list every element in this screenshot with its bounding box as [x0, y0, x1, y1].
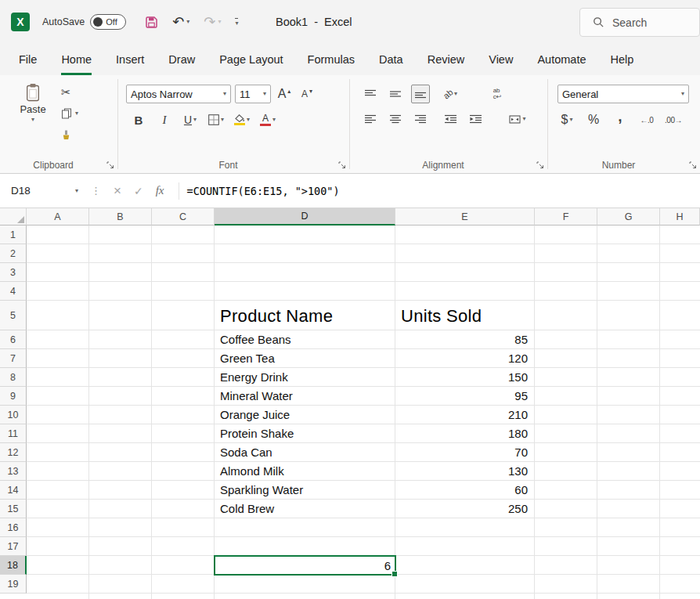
font-color-button[interactable]: A ▾	[258, 110, 277, 129]
name-box[interactable]: D18 ▾	[0, 185, 85, 197]
decrease-font-size-button[interactable]: A ▾	[298, 85, 316, 103]
tab-automate[interactable]: Automate	[537, 44, 586, 75]
cell-units-value[interactable]: 95	[395, 387, 532, 406]
align-left-button[interactable]	[361, 110, 380, 128]
cell-product-name[interactable]: Cold Brew	[220, 500, 388, 518]
redo-button[interactable]: ↷ ▾	[204, 13, 221, 31]
row-header-12[interactable]: 12	[0, 443, 27, 462]
row-header-13[interactable]: 13	[0, 462, 27, 481]
row-header-7[interactable]: 7	[0, 349, 27, 368]
decrease-indent-button[interactable]	[441, 110, 460, 128]
copy-dropdown-icon[interactable]: ▾	[75, 110, 78, 117]
fill-color-button[interactable]: ▾	[233, 110, 251, 129]
cell-product-name[interactable]: Green Tea	[220, 349, 388, 368]
increase-indent-button[interactable]	[466, 110, 485, 128]
row-header-5[interactable]: 5	[0, 301, 27, 330]
decrease-decimal-button[interactable]: .00→	[664, 110, 683, 129]
autosave-toggle[interactable]: Off	[90, 14, 126, 30]
cell-units-value[interactable]: 120	[395, 349, 532, 368]
underline-dropdown-icon[interactable]: ▾	[193, 117, 197, 123]
increase-decimal-button[interactable]: ←.0	[637, 110, 656, 129]
borders-dropdown-icon[interactable]: ▾	[221, 117, 224, 123]
merge-dropdown-icon[interactable]: ▾	[522, 116, 525, 122]
orientation-button[interactable]: ab ▾	[441, 85, 460, 103]
cancel-icon[interactable]: ×	[114, 183, 121, 199]
cell-product-name[interactable]: Protein Shake	[220, 424, 388, 443]
paste-dropdown-icon[interactable]: ▾	[31, 117, 34, 123]
align-right-button[interactable]	[411, 110, 430, 128]
bold-button[interactable]: B	[129, 110, 148, 129]
cell-product-name[interactable]: Mineral Water	[220, 387, 388, 406]
cell-product-name[interactable]: Orange Juice	[220, 406, 388, 424]
accounting-dropdown-icon[interactable]: ▾	[569, 117, 572, 123]
undo-button[interactable]: ↶ ▾	[172, 13, 189, 31]
cell-units-value[interactable]: 210	[395, 406, 532, 424]
row-header-11[interactable]: 11	[0, 424, 27, 443]
font-dialog-launcher-icon[interactable]	[338, 161, 346, 169]
column-header-d[interactable]: D	[215, 208, 395, 226]
format-painter-button[interactable]	[61, 127, 78, 143]
tab-help[interactable]: Help	[610, 44, 633, 75]
customize-qat-button[interactable]: ▾	[235, 18, 238, 27]
column-header-a[interactable]: A	[27, 208, 89, 226]
cell-units-value[interactable]: 60	[395, 481, 532, 500]
tab-page-layout[interactable]: Page Layout	[219, 44, 283, 75]
row-header-3[interactable]: 3	[0, 263, 27, 282]
copy-button[interactable]: ▾	[61, 106, 78, 121]
fill-color-dropdown-icon[interactable]: ▾	[247, 117, 250, 123]
tab-draw[interactable]: Draw	[168, 44, 195, 75]
cell-units-value[interactable]: 85	[395, 330, 532, 349]
middle-align-button[interactable]	[386, 85, 405, 103]
row-header-1[interactable]: 1	[0, 226, 27, 244]
tab-review[interactable]: Review	[428, 44, 465, 75]
font-color-dropdown-icon[interactable]: ▾	[272, 117, 276, 123]
cell-product-name[interactable]: Sparkling Water	[220, 481, 388, 500]
underline-button[interactable]: U ▾	[181, 110, 200, 129]
comma-style-button[interactable]: ,	[611, 110, 630, 129]
cell-product-name[interactable]: Energy Drink	[220, 368, 388, 387]
row-header-2[interactable]: 2	[0, 244, 27, 263]
alignment-dialog-launcher-icon[interactable]	[536, 161, 544, 169]
cell-units-value[interactable]: 130	[395, 462, 532, 481]
italic-button[interactable]: I	[155, 110, 174, 129]
cell-d5-product-name-header[interactable]: Product Name	[220, 301, 333, 330]
row-header-4[interactable]: 4	[0, 282, 27, 301]
column-header-e[interactable]: E	[395, 208, 535, 226]
enter-icon[interactable]: ✓	[134, 185, 143, 197]
row-header-10[interactable]: 10	[0, 406, 27, 424]
column-header-h[interactable]: H	[660, 208, 700, 226]
row-header-8[interactable]: 8	[0, 368, 27, 387]
selected-cell-d18[interactable]: 6	[214, 555, 396, 576]
tab-formulas[interactable]: Formulas	[308, 44, 355, 75]
font-name-combo[interactable]: Aptos Narrow ▾	[126, 85, 231, 103]
search-input[interactable]: Search	[579, 8, 700, 37]
row-header-16[interactable]: 16	[0, 518, 27, 537]
cell-product-name[interactable]: Almond Milk	[220, 462, 388, 481]
cell-product-name[interactable]: Coffee Beans	[220, 330, 388, 349]
align-center-button[interactable]	[386, 110, 405, 128]
tab-data[interactable]: Data	[379, 44, 403, 75]
increase-font-size-button[interactable]: A ▴	[275, 85, 294, 103]
cell-e5-units-sold-header[interactable]: Units Sold	[401, 301, 482, 330]
bottom-align-button[interactable]	[411, 85, 430, 103]
redo-dropdown-icon[interactable]: ▾	[218, 19, 221, 25]
cell-units-value[interactable]: 180	[395, 424, 532, 443]
row-header-19[interactable]: 19	[0, 575, 27, 594]
wrap-text-button[interactable]: ab c↩	[488, 85, 507, 103]
clipboard-dialog-launcher-icon[interactable]	[106, 161, 114, 169]
column-header-g[interactable]: G	[597, 208, 660, 226]
tab-view[interactable]: View	[489, 44, 513, 75]
insert-function-icon[interactable]: fx	[156, 184, 164, 197]
column-header-c[interactable]: C	[152, 208, 215, 226]
row-header-15[interactable]: 15	[0, 500, 27, 518]
undo-dropdown-icon[interactable]: ▾	[186, 19, 189, 25]
tab-home[interactable]: Home	[61, 44, 92, 75]
number-format-combo[interactable]: General ▾	[557, 85, 689, 103]
formula-input[interactable]: =COUNTIF(E6:E15, ">100")	[187, 185, 340, 197]
cell-units-value[interactable]: 70	[395, 443, 532, 462]
number-dialog-launcher-icon[interactable]	[689, 161, 697, 169]
save-button[interactable]	[145, 16, 158, 29]
autosave-control[interactable]: AutoSave Off	[42, 14, 126, 30]
tab-insert[interactable]: Insert	[116, 44, 144, 75]
font-size-combo[interactable]: 11 ▾	[235, 85, 271, 103]
